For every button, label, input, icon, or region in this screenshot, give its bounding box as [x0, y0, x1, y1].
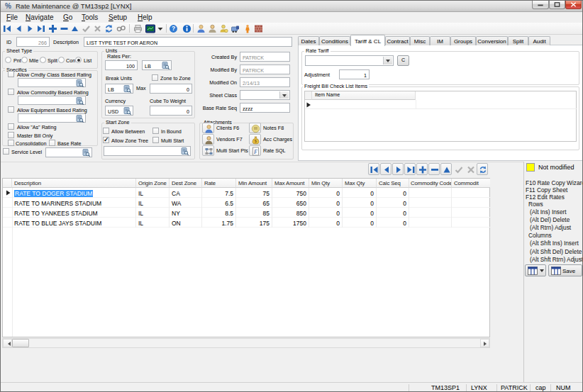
help-icon[interactable]: ?: [169, 24, 178, 33]
start-zone-field[interactable]: [104, 146, 191, 156]
col-min-qty[interactable]: Min Qty: [309, 179, 343, 188]
in-bound-checkbox[interactable]: [152, 128, 159, 134]
consolidation-checkbox[interactable]: [8, 140, 14, 146]
cell-commodity-code[interactable]: [409, 188, 452, 198]
created-by-field[interactable]: PATRICK: [240, 52, 290, 62]
cell-calc-seq[interactable]: 0: [377, 218, 409, 228]
allow-cmdty-class-checkbox[interactable]: [8, 71, 14, 77]
cell-min-qty[interactable]: 0: [309, 188, 343, 198]
scrollbar-thumb[interactable]: [12, 339, 29, 347]
cell-max-qty[interactable]: 0: [343, 198, 377, 208]
allow-between-checkbox[interactable]: [103, 128, 109, 134]
rates-unit-field[interactable]: LB: [142, 60, 172, 70]
cell-calc-seq[interactable]: 0: [377, 208, 409, 218]
tab-conditions[interactable]: Conditions: [319, 36, 350, 45]
allow-equipment-checkbox[interactable]: [8, 106, 14, 113]
cell-description[interactable]: RATE TO DOGER STADIUM: [12, 188, 136, 198]
radio-con[interactable]: [58, 57, 65, 63]
menu-help[interactable]: Help: [138, 13, 152, 21]
cell-dest-zone[interactable]: CA: [170, 188, 202, 198]
cell-commodity[interactable]: [452, 218, 490, 228]
break-unit-field[interactable]: LB: [105, 84, 133, 94]
lookup-icon[interactable]: [181, 147, 189, 155]
service-level-checkbox[interactable]: [3, 148, 9, 155]
grid-row-1[interactable]: RATE TO DOGER STADIUM IL CA 7.5 75 750 0…: [3, 188, 490, 198]
grid-row-3[interactable]: RATE TO YANKEES STADIUM IL NY 8.5 85 850…: [3, 208, 490, 218]
notes-button[interactable]: [249, 123, 261, 133]
person-flame-icon[interactable]: [244, 24, 253, 33]
radio-list[interactable]: [75, 57, 82, 63]
col-description[interactable]: Description: [12, 179, 136, 188]
grid-edit-button[interactable]: [440, 163, 452, 175]
save-button[interactable]: Save: [548, 264, 582, 276]
tab-split[interactable]: Split: [508, 36, 528, 45]
print-icon[interactable]: [133, 24, 143, 33]
radio-pnt[interactable]: [5, 57, 11, 63]
commodity-field[interactable]: [18, 96, 86, 105]
cell-rate[interactable]: 8.5: [202, 208, 236, 218]
cell-commodity-code[interactable]: [409, 198, 452, 208]
grid-last-button[interactable]: [404, 163, 416, 175]
shortcut-row-delete[interactable]: (Alt Del) Delete: [530, 216, 570, 223]
col-min-amount[interactable]: Min Amount: [236, 179, 272, 188]
description-field[interactable]: LIST TYPE TEST FOR AERON: [84, 37, 292, 47]
grid-cancel-button[interactable]: [465, 163, 476, 175]
cell-min-qty[interactable]: 0: [309, 208, 343, 218]
shortcut-col-insert[interactable]: (Alt Shft Ins) Insert: [530, 240, 579, 247]
report-dropdown-icon[interactable]: [157, 24, 166, 33]
cell-description[interactable]: RATE TO YANKEES STADIUM: [12, 208, 136, 218]
cell-origin-zone[interactable]: IL: [136, 208, 170, 218]
lookup-icon[interactable]: [123, 85, 131, 93]
id-field[interactable]: 266: [16, 37, 50, 47]
vendors-button[interactable]: [202, 134, 214, 145]
radio-mile[interactable]: [21, 57, 28, 63]
tab-misc[interactable]: Misc: [410, 36, 430, 45]
grid-row-2[interactable]: RATE TO MARINERS STADIUM IL WA 6.5 65 65…: [3, 198, 490, 208]
cell-min-qty[interactable]: 0: [309, 218, 343, 228]
cell-rate[interactable]: 1.75: [202, 218, 236, 228]
menu-setup[interactable]: Setup: [109, 13, 127, 21]
max-field[interactable]: 0: [150, 84, 192, 94]
base-rate-seq-field[interactable]: zzzz: [240, 103, 290, 113]
zone-to-zone-checkbox[interactable]: [152, 74, 158, 81]
grid-next-button[interactable]: [392, 163, 404, 175]
allow-zone-tree-checkbox[interactable]: ✓: [103, 137, 109, 143]
lookup-icon[interactable]: [162, 62, 170, 69]
machine-icon[interactable]: [231, 24, 240, 33]
cell-commodity-code[interactable]: [409, 208, 452, 218]
lookup-icon[interactable]: [76, 97, 84, 105]
next-record-icon[interactable]: [26, 24, 35, 33]
last-record-icon[interactable]: [36, 24, 45, 33]
col-dest-zone[interactable]: Dest Zone: [170, 179, 202, 188]
cell-max-amount[interactable]: 1750: [272, 218, 309, 228]
title-bar[interactable]: % Rate Maintenance @ TM13sp2 [LYNX]: [1, 1, 582, 12]
menu-tools[interactable]: Tools: [82, 13, 98, 21]
post-edit-icon[interactable]: [82, 24, 91, 33]
grid-first-button[interactable]: [368, 163, 379, 175]
cell-max-qty[interactable]: 0: [343, 218, 377, 228]
first-record-icon[interactable]: [3, 24, 12, 33]
cell-min-qty[interactable]: 0: [309, 198, 343, 208]
cell-max-qty[interactable]: 0: [343, 188, 377, 198]
cancel-edit-icon[interactable]: [93, 24, 102, 33]
prior-record-icon[interactable]: [14, 24, 23, 33]
cell-origin-zone[interactable]: IL: [136, 188, 170, 198]
shortcut-f11[interactable]: F11 Copy Sheet: [526, 186, 567, 194]
rate-sql-button[interactable]: F: [249, 145, 261, 156]
allow-commodity-checkbox[interactable]: [8, 89, 14, 95]
grid-post-button[interactable]: [452, 163, 464, 175]
user-money-icon[interactable]: [219, 24, 228, 33]
sheet-class-dropdown-button[interactable]: [279, 91, 289, 99]
item-grid-row[interactable]: [305, 100, 577, 109]
rate-tariff-combo[interactable]: [305, 55, 394, 66]
adjustment-field[interactable]: 1: [339, 69, 370, 79]
client-user-icon[interactable]: [196, 24, 206, 33]
cell-calc-seq[interactable]: 0: [377, 188, 409, 198]
lookup-icon[interactable]: [76, 79, 84, 87]
cell-max-amount[interactable]: 850: [272, 208, 309, 218]
info-icon[interactable]: [182, 24, 191, 33]
cell-min-amount[interactable]: 85: [236, 208, 272, 218]
horizontal-scrollbar[interactable]: [2, 338, 490, 348]
modified-on-field[interactable]: 2/14/13: [240, 77, 290, 87]
insert-record-icon[interactable]: [48, 24, 57, 33]
